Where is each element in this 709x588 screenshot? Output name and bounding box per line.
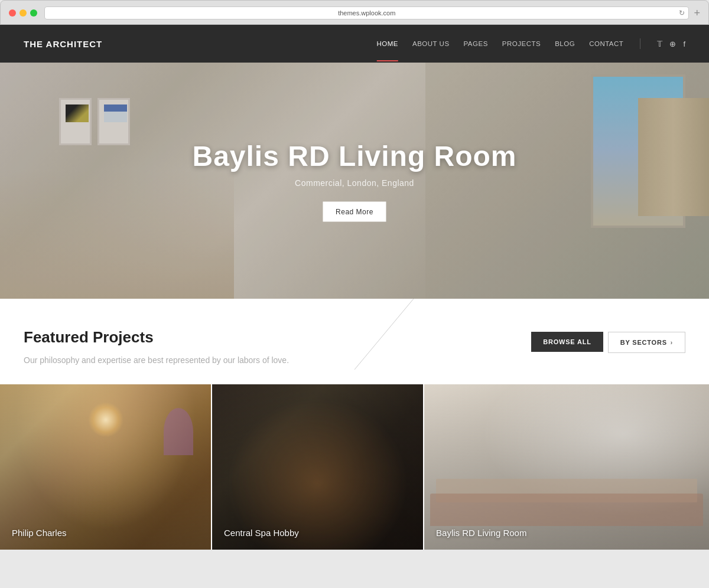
browser-titlebar: themes.wplook.com ↻ + — [9, 6, 700, 19]
maximize-dot[interactable] — [30, 9, 37, 17]
browse-all-button[interactable]: BROWSE ALL — [531, 332, 603, 352]
hero-subtitle: Commercial, London, England — [192, 178, 516, 188]
project-label-1: Philip Charles — [12, 528, 67, 538]
nav-link-about[interactable]: ABOUT US — [412, 40, 450, 47]
proj1-light — [88, 402, 123, 437]
project-image-3 — [424, 384, 709, 550]
project-item-philip-charles[interactable]: Philip Charles — [0, 384, 211, 550]
facebook-icon[interactable]: f — [683, 40, 685, 48]
hero-title: Baylis RD Living Room — [192, 140, 516, 172]
featured-description: Our philosophy and expertise are best re… — [24, 354, 289, 367]
hero-section: Baylis RD Living Room Commercial, London… — [0, 63, 709, 299]
projects-grid: Philip Charles Central Spa Hobby Baylis … — [0, 384, 709, 550]
new-tab-button[interactable]: + — [694, 8, 700, 18]
hero-read-more-button[interactable]: Read More — [323, 202, 386, 222]
by-sectors-label: BY SECTORS — [620, 339, 667, 346]
featured-buttons: BROWSE ALL BY SECTORS › — [531, 328, 685, 353]
nav-social: 𝕋 ⊕ f — [657, 40, 685, 48]
site-logo[interactable]: THE ARCHITECT — [24, 39, 102, 49]
featured-left-col: Featured Projects Our philosophy and exp… — [24, 328, 289, 367]
website-container: THE ARCHITECT HOME ABOUT US PAGES PROJEC… — [0, 25, 709, 550]
featured-header: Featured Projects Our philosophy and exp… — [24, 328, 685, 367]
project-item-baylis[interactable]: Baylis RD Living Room — [424, 384, 709, 550]
proj1-art — [164, 408, 193, 455]
nav-link-pages[interactable]: PAGES — [464, 40, 488, 47]
address-bar[interactable]: themes.wplook.com ↻ — [44, 6, 689, 19]
browser-dots — [9, 9, 37, 17]
hero-content: Baylis RD Living Room Commercial, London… — [192, 140, 516, 222]
featured-section: Featured Projects Our philosophy and exp… — [0, 299, 709, 384]
by-sectors-button[interactable]: BY SECTORS › — [608, 332, 685, 353]
nav-divider — [640, 38, 640, 49]
twitter-icon[interactable]: 𝕋 — [657, 40, 662, 48]
proj3-sofa — [430, 494, 703, 526]
nav-links: HOME ABOUT US PAGES PROJECTS BLOG CONTAC… — [376, 38, 685, 49]
nav-link-projects[interactable]: PROJECTS — [502, 40, 541, 47]
project-item-central-spa[interactable]: Central Spa Hobby — [212, 384, 423, 550]
minimize-dot[interactable] — [19, 9, 27, 17]
project-label-3: Baylis RD Living Room — [436, 528, 526, 538]
main-nav: THE ARCHITECT HOME ABOUT US PAGES PROJEC… — [0, 25, 709, 63]
browser-chrome: themes.wplook.com ↻ + — [0, 0, 709, 25]
nav-link-home[interactable]: HOME — [376, 40, 398, 47]
project-image-1 — [0, 384, 211, 550]
featured-title: Featured Projects — [24, 328, 289, 347]
circle-icon[interactable]: ⊕ — [669, 40, 676, 48]
project-image-2 — [212, 384, 423, 550]
url-text: themes.wplook.com — [338, 9, 395, 17]
chevron-right-icon: › — [671, 339, 673, 346]
close-dot[interactable] — [9, 9, 16, 17]
nav-link-blog[interactable]: BLOG — [555, 40, 575, 47]
project-label-2: Central Spa Hobby — [224, 528, 299, 538]
refresh-icon[interactable]: ↻ — [679, 9, 685, 17]
nav-link-contact[interactable]: CONTACT — [589, 40, 623, 47]
